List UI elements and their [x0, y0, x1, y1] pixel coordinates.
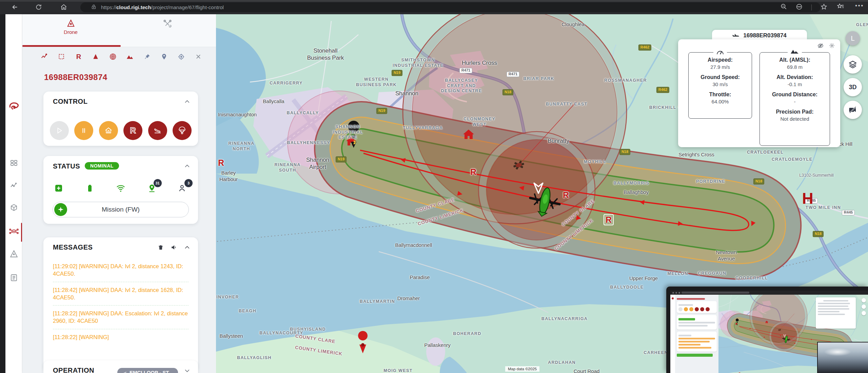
address-bar[interactable]: https://cloud.rigi.tech/project/manage/6…: [80, 2, 821, 12]
control-title: CONTROL: [53, 98, 87, 105]
more-circle-icon[interactable]: [796, 3, 803, 12]
preview-browser-bar: [670, 291, 868, 295]
return-home-button[interactable]: [99, 121, 118, 140]
sidebar-item-assets[interactable]: [8, 202, 20, 213]
gps-status-icon: 31: [147, 183, 157, 193]
map-attribution: Map data ©2025: [505, 366, 539, 372]
home-icon[interactable]: [59, 3, 68, 12]
sidebar-item-flight-control[interactable]: [8, 225, 20, 237]
speed-group: Airspeed:27.9 m/sGround Speed:30 m/sThro…: [688, 52, 752, 119]
telemetry-panel: Airspeed:27.9 m/sGround Speed:30 m/sThro…: [678, 39, 840, 147]
operation-card: OPERATION EMCI LOOP - ST...: [43, 360, 198, 373]
preview-sidebar: [670, 295, 675, 373]
message-sound-icon[interactable]: [171, 244, 177, 252]
divider: [811, 4, 812, 11]
clear-messages-icon[interactable]: [158, 244, 164, 252]
collapse-messages-icon[interactable]: [184, 244, 191, 252]
rally-point-icon[interactable]: R: [74, 52, 83, 61]
telemetry-row: Throttle:64.00%: [689, 92, 752, 104]
preview-camera-feed: [817, 342, 868, 373]
operation-badge[interactable]: EMCI LOOP - ST...: [117, 368, 178, 373]
center-target-icon[interactable]: [177, 52, 186, 61]
rally-button[interactable]: R: [123, 121, 142, 140]
3d-view-button[interactable]: 3D: [844, 78, 862, 96]
active-tab-underline: [22, 45, 121, 47]
messages-title: MESSAGES: [53, 243, 93, 251]
telemetry-settings-icon[interactable]: [829, 43, 835, 50]
collapse-operation-icon[interactable]: [184, 367, 191, 373]
zoom-out-icon[interactable]: [781, 3, 787, 11]
sidebar-item-logs[interactable]: [8, 272, 20, 283]
crew-count: 3: [184, 179, 193, 187]
start-button[interactable]: [50, 121, 69, 140]
hide-telemetry-icon[interactable]: [817, 43, 824, 50]
flight-map[interactable]: CloughleaStonehall Business ParkHurlers …: [216, 14, 868, 373]
tab-tools[interactable]: [119, 19, 216, 28]
settings-menu-icon[interactable]: •••: [855, 3, 864, 12]
favorites-bar-icon[interactable]: [837, 3, 844, 12]
telemetry-row: Alt. (AMSL):69.8 m: [760, 57, 830, 70]
back-icon[interactable]: [11, 3, 19, 12]
window-edge: [0, 14, 5, 373]
gps-sat-count: 31: [154, 179, 162, 187]
telemetry-row: Airspeed:27.9 m/s: [689, 57, 752, 70]
flight-mode-value: Mission (FW): [53, 206, 189, 213]
rigi-logo: [8, 101, 20, 112]
control-card: CONTROL R: [43, 92, 198, 146]
speedometer-icon: [713, 49, 727, 56]
preview-map-buttons: [862, 298, 866, 315]
collapse-status-icon[interactable]: [184, 163, 191, 171]
browser-toolbar: https://cloud.rigi.tech/project/manage/6…: [0, 0, 868, 14]
preview-panel: [675, 295, 718, 373]
sidebar-item-drone-delta[interactable]: [8, 248, 20, 260]
close-icon[interactable]: [194, 52, 203, 61]
pause-button[interactable]: [74, 121, 93, 140]
lock-icon: [91, 4, 96, 11]
land-button[interactable]: [148, 121, 167, 140]
drone-panel: Drone R 16988ER039874 CONTROL R: [22, 14, 216, 373]
link-status-icon: [116, 183, 126, 193]
preview-map: [718, 295, 868, 373]
app-sidebar: [5, 14, 22, 373]
sidebar-item-dashboard[interactable]: [8, 157, 20, 169]
preview-telemetry: [816, 297, 856, 329]
geofence-icon[interactable]: [108, 52, 117, 61]
drone-position-icon[interactable]: [91, 52, 100, 61]
pushpin-icon[interactable]: [143, 52, 152, 61]
tab-drone[interactable]: Drone: [22, 19, 119, 35]
url-text: https://cloud.rigi.tech/project/manage/6…: [101, 4, 224, 10]
operation-title: OPERATION: [53, 367, 94, 373]
preview-status-card: [677, 315, 717, 330]
crew-status-icon: 3: [178, 183, 188, 193]
camera-off-button[interactable]: [844, 101, 862, 119]
status-title: STATUSNOMINAL: [53, 162, 119, 170]
screen-share-preview[interactable]: [666, 287, 868, 373]
terrain-icon[interactable]: [125, 52, 134, 61]
messages-card: MESSAGES [11:29:02] [WARNING] DAA: lvl 2…: [43, 237, 198, 370]
panel-tabbar: Drone: [22, 14, 216, 47]
path-tool-icon[interactable]: [40, 52, 49, 61]
collapse-control-icon[interactable]: [184, 98, 191, 106]
preview-messages-card: [677, 332, 717, 352]
3d-label: 3D: [849, 84, 856, 91]
battery-status-icon: [85, 183, 95, 193]
telemetry-row: Alt. Deviation:-0.1 m: [760, 74, 830, 87]
map-toolbar: R: [40, 51, 203, 62]
flight-mode-icon: [54, 203, 67, 216]
preview-content: [670, 291, 868, 373]
refresh-icon[interactable]: [34, 3, 43, 12]
favorite-star-icon[interactable]: [821, 3, 827, 12]
altitude-group: Alt. (AMSL):69.8 mAlt. Deviation:-0.1 mG…: [760, 52, 830, 146]
location-pin-icon[interactable]: [160, 52, 169, 61]
layers-button[interactable]: [844, 55, 862, 74]
select-area-icon[interactable]: [57, 52, 66, 61]
helipad-marker: H: [802, 189, 813, 208]
user-avatar[interactable]: L: [846, 31, 860, 45]
message-item: [11:28:22] [WARNING] DAA: Escalation: lv…: [53, 305, 189, 329]
flight-mode-select[interactable]: Mission (FW): [53, 202, 189, 217]
health-status-icon: [54, 183, 64, 193]
telemetry-drone-id: 16988ER039874: [743, 32, 787, 39]
parachute-button[interactable]: [173, 121, 192, 140]
tab-drone-label: Drone: [64, 29, 78, 35]
sidebar-item-analytics[interactable]: [8, 179, 20, 191]
